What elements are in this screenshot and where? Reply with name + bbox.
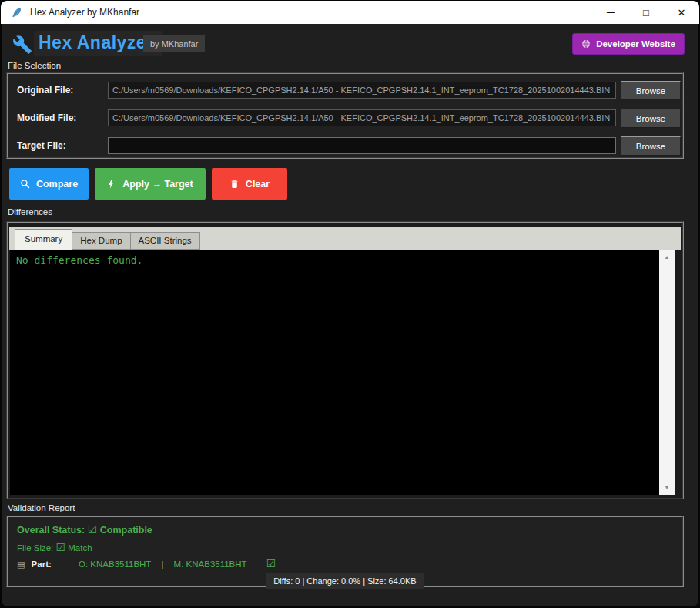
- differences-tabstrip: Summary Hex Dump ASCII Strings: [9, 227, 681, 250]
- close-button[interactable]: ✕: [664, 1, 699, 24]
- original-file-label: Original File:: [17, 82, 73, 99]
- clipboard-icon: ▤: [17, 559, 25, 569]
- console-scrollbar[interactable]: ▲ ▼: [659, 250, 675, 495]
- page-title: Hex Analyzer: [39, 32, 154, 52]
- modified-file-input[interactable]: [108, 109, 616, 126]
- file-size-label: File Size:: [17, 543, 53, 553]
- file-size-check-icon: ☑: [56, 541, 66, 553]
- apply-target-button[interactable]: Apply → Target: [95, 168, 206, 200]
- target-file-input[interactable]: [108, 137, 616, 154]
- maximize-button[interactable]: □: [628, 1, 664, 24]
- part-check-icon: ☑: [266, 557, 276, 569]
- overall-status-label: Overall Status:: [17, 525, 85, 536]
- part-modified-value: M: KNAB3511BHT: [174, 559, 247, 569]
- overall-status-value: Compatible: [100, 525, 152, 536]
- target-file-label: Target File:: [17, 137, 66, 154]
- globe-icon: [581, 39, 591, 49]
- window-title: Hex Analyzer by MKhanfar: [30, 7, 139, 18]
- modified-browse-button[interactable]: Browse: [621, 109, 681, 128]
- app-header: Hex Analyzer: [34, 31, 162, 56]
- byline-badge: by MKhanfar: [143, 35, 205, 52]
- clear-button[interactable]: Clear: [212, 168, 287, 200]
- differences-section-label: Differences: [8, 207, 52, 217]
- overall-status-row: Overall Status: ☑ Compatible: [17, 523, 152, 536]
- overall-status-check-icon: ☑: [88, 523, 98, 536]
- titlebar[interactable]: Hex Analyzer by MKhanfar ─ □ ✕: [1, 1, 699, 24]
- compare-label: Compare: [36, 179, 78, 190]
- part-separator: |: [161, 559, 163, 569]
- tab-summary[interactable]: Summary: [15, 229, 72, 250]
- part-original-value: O: KNAB3511BHT: [79, 559, 151, 569]
- developer-website-button[interactable]: Developer Website: [572, 33, 685, 55]
- app-window: Hex Analyzer by MKhanfar ─ □ ✕ Hex Analy…: [0, 0, 700, 608]
- wrench-icon: [12, 35, 32, 55]
- clear-label: Clear: [246, 179, 270, 190]
- original-file-input[interactable]: [108, 82, 616, 99]
- validation-frame: Overall Status: ☑ Compatible File Size: …: [6, 516, 684, 587]
- developer-website-label: Developer Website: [596, 39, 675, 49]
- trash-icon: [229, 179, 239, 190]
- part-label: Part:: [32, 559, 52, 569]
- file-size-value: Match: [68, 543, 92, 553]
- modified-file-label: Modified File:: [17, 109, 76, 126]
- target-browse-button[interactable]: Browse: [621, 136, 681, 156]
- summary-console[interactable]: No differences found.: [10, 250, 659, 495]
- compare-button[interactable]: Compare: [9, 168, 89, 200]
- target-file-row: Target File: Browse: [8, 137, 682, 156]
- original-file-row: Original File: Browse: [8, 82, 682, 100]
- apply-target-label: Apply → Target: [122, 179, 193, 190]
- validation-section-label: Validation Report: [8, 503, 75, 512]
- minimize-button[interactable]: ─: [593, 1, 628, 24]
- tab-ascii-strings[interactable]: ASCII Strings: [131, 232, 200, 250]
- modified-file-row: Modified File: Browse: [8, 109, 682, 128]
- magnifier-icon: [20, 179, 30, 189]
- tab-hex-dump[interactable]: Hex Dump: [72, 232, 130, 250]
- window-controls: ─ □ ✕: [593, 1, 699, 24]
- feather-app-icon: [11, 6, 23, 18]
- file-size-row: File Size: ☑ Match: [17, 541, 92, 553]
- scroll-up-icon[interactable]: ▲: [659, 250, 675, 264]
- part-row: ▤ Part: O: KNAB3511BHT | M: KNAB3511BHT …: [17, 557, 276, 569]
- differences-frame: Summary Hex Dump ASCII Strings No differ…: [6, 221, 684, 499]
- file-selection-section-label: File Selection: [8, 61, 61, 70]
- file-selection-frame: Original File: Browse Modified File: Bro…: [6, 72, 684, 159]
- original-browse-button[interactable]: Browse: [621, 81, 681, 100]
- scroll-down-icon[interactable]: ▼: [659, 480, 675, 495]
- status-bar: Diffs: 0 | Change: 0.0% | Size: 64.0KB: [266, 573, 424, 589]
- lightning-icon: [107, 179, 116, 190]
